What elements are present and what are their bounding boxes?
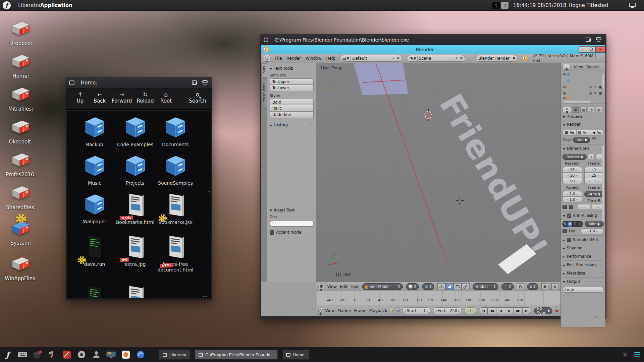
jump-to-end-button[interactable]: ▶| [523,307,531,314]
desktop-icon-sharedfiles[interactable]: Sharedfiles: [3,182,38,210]
timeline-frame-menu[interactable]: Frame [354,308,366,313]
bold-button[interactable]: Bold [270,99,314,105]
orange-app-icon[interactable] [121,350,131,360]
editor-type-properties-button[interactable]: ▥ [562,107,571,113]
file-backup[interactable]: Backup [75,115,114,147]
search-button[interactable]: Search [188,91,207,104]
taskbar-button-liberator[interactable]: Liberator [159,350,190,360]
tray-icon-1[interactable] [621,350,629,360]
media-disc-icon[interactable] [76,350,87,360]
expand-arrow-icon[interactable] [270,123,274,127]
delete-scene-button[interactable]: ✕ [460,56,463,61]
aa-16-button[interactable]: 1 [578,221,583,227]
start-frame-field[interactable]: Start:1 [402,307,430,314]
manipulator-axes-toggle[interactable] [437,283,445,290]
workspace-2[interactable]: 2 [501,2,508,9]
menu-application[interactable]: Application [40,0,72,11]
desktop-icon-profes2016[interactable]: Profes2016: [3,149,38,178]
collapse-arrow-icon[interactable] [270,208,274,213]
translate-manipulator-toggle[interactable] [445,283,453,290]
red-app-icon[interactable] [62,350,72,360]
outliner-vscrollbar[interactable] [602,74,604,89]
mode-selector[interactable]: ▣Edit Mode [362,283,403,290]
add-scene-button[interactable]: ＋ [454,55,458,61]
restore-button[interactable]: ❒ [587,46,595,53]
file-bookmarks-jsx[interactable]: Bookmarks.jsx [156,192,195,225]
file-wallpaper[interactable]: Wallpaper [75,192,114,225]
home-titlebar[interactable]: Home: [66,77,212,88]
panel-metadata[interactable]: Metadata∷∷ [562,269,604,277]
pin-icon[interactable]: ◈ [562,114,565,119]
editor-type-3dview-button[interactable]: ▦ [318,283,324,290]
timeline-marker-menu[interactable]: Marker [337,308,351,313]
renderable-camera-icon[interactable]: ▣ [599,91,602,96]
add-layout-button[interactable]: ＋ [391,55,395,61]
reload-button[interactable]: Reload [134,91,156,104]
file-music[interactable]: Music [75,154,114,186]
user-icon[interactable] [91,350,101,360]
lock-icon[interactable] [592,138,595,141]
properties-vscrollbar[interactable] [602,145,604,222]
minimize-button[interactable]: — [579,46,587,53]
italic-button[interactable]: Italic [270,105,314,112]
proportional-edit-selector[interactable]: ◌ [501,283,514,290]
text-menu[interactable]: Text [351,284,359,289]
editor-type-timeline-button[interactable]: ◷ [318,307,322,314]
up-button[interactable]: Up [70,91,90,104]
opengl-animation-button[interactable]: ▤ [551,283,558,290]
display-icon[interactable] [629,3,636,7]
time-remap-old[interactable] [578,204,590,210]
edit-menu[interactable]: Edit [340,284,347,289]
pivot-selector[interactable]: ◉ [422,283,434,290]
render-engine-selector[interactable]: Blender Render [476,55,518,62]
aspect-y-field[interactable]: 1.0 [562,197,582,202]
opengl-render-button[interactable]: ▣ [541,283,548,290]
terminal-icon[interactable] [17,350,28,360]
tab-render[interactable]: ◉ [573,107,579,113]
end-frame-field[interactable]: End:250 [433,307,462,314]
viewport-3d[interactable]: FriendUP! y User Persp (1) Text [316,63,560,282]
auto-keyframe-button[interactable] [555,307,558,314]
blender-titlebar[interactable]: C:\Program Files\Blender Foundation\Blen… [260,34,606,46]
dimensions-preset-selector[interactable]: Render [562,154,587,160]
root-button[interactable]: Root [156,91,176,104]
menu-liberator[interactable]: Liberator [18,0,41,11]
aa-8-button[interactable]: 8 [568,221,573,227]
outliner-search-menu[interactable]: Search [586,65,600,69]
viewport-shading-selector[interactable] [406,283,419,290]
outliner-view-menu[interactable]: View [574,65,583,69]
desktop-icon-winappfiles[interactable]: WinAppFiles: [3,253,38,282]
panel-output[interactable]: Output∷∷ [562,277,604,286]
friend-logo-icon[interactable]: ƒ [3,1,11,9]
sampled-motion-checkbox[interactable] [567,238,571,242]
resolution-pct-field[interactable]: 50 [562,178,582,184]
menu-render[interactable]: Render [286,56,301,61]
file-extra-jpg[interactable]: JPGextra.jpg [115,234,155,267]
selectable-pointer-icon[interactable]: ↖ [594,91,597,96]
full-sample-checkbox[interactable] [562,229,567,233]
text-object[interactable]: FriendUP! [432,88,555,264]
back-button[interactable]: Back [90,91,109,104]
timeline-ruler[interactable]: -40 -20 0 20 40 60 80 100 120 140 160 18… [316,291,560,305]
crop-checkbox[interactable] [569,205,573,209]
panel-post-processing[interactable]: Post Processing∷∷ [562,260,604,269]
tab-scene[interactable]: ◔ [588,107,594,113]
desktop-icon-system[interactable]: System: [3,218,38,246]
resize-grip[interactable] [594,316,598,318]
accent-mode-checkbox[interactable] [270,230,274,235]
aa-size-field[interactable]: 1.0 [581,228,604,234]
scale-manipulator-toggle[interactable] [462,283,470,290]
current-frame-field[interactable]: 1 [465,307,477,314]
next-keyframe-button[interactable]: ▪▶ [514,307,523,314]
tray-stack-icon[interactable] [633,350,641,360]
tab-grease-pencil[interactable]: Grease Pencil [261,78,267,108]
frame-end-field[interactable]: 25 [584,173,604,178]
scrollbar-dot[interactable] [209,191,210,192]
file-dave-run[interactable]: dave.run [75,234,114,267]
delete-layout-button[interactable]: ✕ [396,56,400,61]
file-code-examples[interactable]: Code examples [115,115,155,147]
desktop-icon-home[interactable]: Home: [3,51,38,79]
aa-filter-selector[interactable]: Mitc [585,221,604,227]
resolution-x-field[interactable]: 19 [562,167,582,173]
outliner-item-partial[interactable]: ⊕● [561,97,605,99]
